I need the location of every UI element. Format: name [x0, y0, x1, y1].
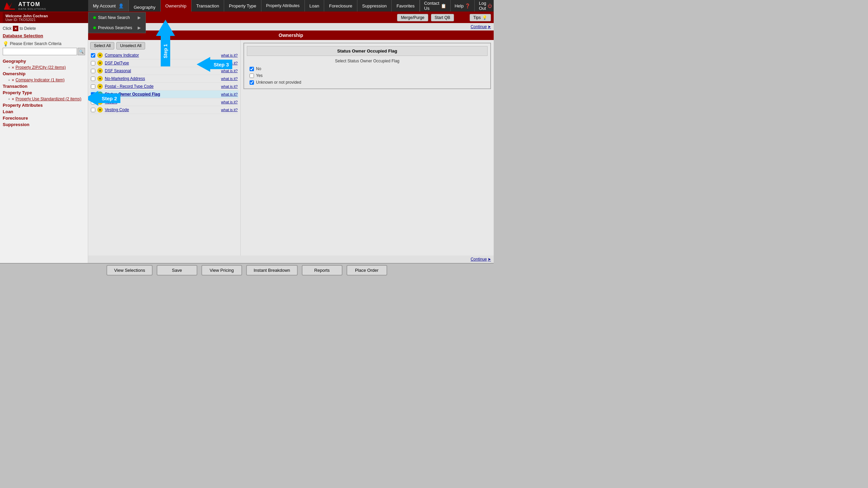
- nav-favorites-label: Favorites: [396, 3, 414, 8]
- checkbox-status-owner[interactable]: [91, 92, 95, 97]
- unselect-all-button[interactable]: Unselect All: [116, 42, 145, 49]
- search-button[interactable]: 🔍: [78, 48, 85, 55]
- nav-menu: My Account 👤 Start New Search ▶ Previous…: [88, 0, 494, 12]
- nav-contact-us-label: Contact Us: [424, 1, 439, 11]
- main-content: Click ✕ to Delete Database Selection 💡 P…: [0, 23, 494, 263]
- checklist-item-vacant: ★ Vacant what is it?: [90, 98, 238, 106]
- item-link-postal[interactable]: Postal - Record Type Code: [105, 84, 219, 89]
- checklist-panel: Step 2 Select All Unselect All ★ Company…: [88, 40, 241, 256]
- sidebar-item-transaction[interactable]: Transaction: [3, 84, 85, 89]
- attom-logo-icon: [3, 1, 16, 11]
- item-link-vacant[interactable]: Vacant: [105, 100, 219, 104]
- item-link-dsf-seasonal[interactable]: DSF Seasonal: [105, 68, 219, 73]
- checkbox-no[interactable]: [250, 67, 254, 71]
- checkbox-dsf-deltype[interactable]: [91, 61, 95, 65]
- arrow-icon2: ▶: [138, 25, 141, 30]
- sidebar-item-loan[interactable]: Loan: [3, 109, 85, 114]
- nav-property-type[interactable]: Property Type: [224, 0, 261, 12]
- start-new-search-item[interactable]: Start New Search ▶: [88, 13, 145, 23]
- ownership-title: Ownership: [279, 33, 303, 38]
- sidebar-item-ownership[interactable]: Ownership: [3, 71, 85, 76]
- nav-contact-us[interactable]: Contact Us 📋: [420, 0, 450, 12]
- nav-my-account[interactable]: My Account 👤 Start New Search ▶ Previous…: [88, 0, 129, 12]
- sidebar-item-geography[interactable]: Geography: [3, 59, 85, 64]
- sidebar-property-use-link[interactable]: Property Use Standardized (2 items): [16, 97, 81, 101]
- error-icon-geography: ✕: [12, 66, 14, 69]
- nav-logout[interactable]: Log Out ⏻: [474, 0, 494, 12]
- what-link-no-marketing[interactable]: what is it?: [221, 77, 238, 81]
- checkbox-vesting-code[interactable]: [91, 108, 95, 112]
- account-dropdown: Start New Search ▶ Previous Searches ▶: [88, 12, 146, 33]
- start-qb-button[interactable]: Start QB: [431, 14, 454, 21]
- item-link-status-owner[interactable]: Status Owner Occupied Flag: [105, 92, 219, 97]
- select-all-button[interactable]: Select All: [90, 42, 114, 49]
- item-link-dsf-deltype[interactable]: DSF DelType: [105, 61, 219, 65]
- merge-purge-button[interactable]: Merge/Purge: [397, 14, 428, 21]
- what-link-status-owner[interactable]: what is it?: [221, 92, 238, 96]
- sidebar-ownership-sub-link[interactable]: Company Indicator (1 item): [16, 78, 65, 82]
- option-row-no: No: [247, 65, 488, 72]
- item-link-no-marketing[interactable]: No-Marketing Address: [105, 76, 219, 81]
- view-pricing-button[interactable]: View Pricing: [201, 265, 242, 276]
- what-link-postal[interactable]: what is it?: [221, 84, 238, 88]
- nav-loan[interactable]: Loan: [305, 0, 324, 12]
- tips-button[interactable]: Tips 💡: [470, 14, 491, 21]
- database-selection-link[interactable]: Database Selection: [3, 33, 85, 38]
- checkbox-dsf-seasonal[interactable]: [91, 69, 95, 73]
- sidebar-item-suppression[interactable]: Suppression: [3, 122, 85, 127]
- sidebar-item-property-type[interactable]: Property Type: [3, 90, 85, 95]
- nav-transaction[interactable]: Transaction: [192, 0, 224, 12]
- checkbox-no-marketing[interactable]: [91, 77, 95, 81]
- sidebar-item-foreclosure[interactable]: Foreclosure: [3, 116, 85, 121]
- checklist-item-postal: ★ Postal - Record Type Code what is it?: [90, 83, 238, 90]
- checkbox-unknown[interactable]: [250, 80, 254, 85]
- place-order-button[interactable]: Place Order: [347, 265, 387, 276]
- options-sub-label: Select Status Owner Occupied Flag: [247, 59, 488, 63]
- save-button[interactable]: Save: [157, 265, 197, 276]
- nav-favorites[interactable]: Favorites: [392, 0, 419, 12]
- item-icon-status-owner: ★: [97, 92, 103, 97]
- option-label-no: No: [256, 66, 261, 71]
- what-link-dsf-seasonal[interactable]: what is it?: [221, 69, 238, 73]
- checkbox-postal[interactable]: [91, 84, 95, 89]
- previous-searches-item[interactable]: Previous Searches ▶: [88, 23, 145, 33]
- arrow-icon: ▶: [138, 15, 141, 20]
- user-info-area: Welcome John Cochran User ID: TKOS2021: [3, 12, 91, 23]
- item-link-company-indicator[interactable]: Company Indicator: [105, 53, 219, 58]
- continue-link-bottom[interactable]: Continue ➤: [471, 257, 491, 262]
- checklist-item-no-marketing: ★ No-Marketing Address what is it?: [90, 75, 238, 83]
- checkbox-company-indicator[interactable]: [91, 53, 95, 58]
- user-id: User ID: TKOS2021: [5, 18, 48, 22]
- nav-ownership[interactable]: Ownership: [161, 0, 192, 12]
- nav-property-attributes[interactable]: Property Attributes: [261, 0, 305, 12]
- nav-ownership-label: Ownership: [165, 3, 186, 8]
- what-link-company-indicator[interactable]: what is it?: [221, 53, 238, 57]
- svg-rect-2: [4, 8, 15, 9]
- expand-icon-property-use: +: [8, 97, 10, 101]
- nav-help-label: Help: [455, 3, 464, 8]
- continue-link-top[interactable]: Continue ➤: [471, 24, 491, 29]
- checkbox-vacant[interactable]: [91, 100, 95, 104]
- what-link-vesting-code[interactable]: what is it?: [221, 108, 238, 112]
- what-link-vacant[interactable]: what is it?: [221, 100, 238, 104]
- sidebar-geography-sub-link[interactable]: Property ZIP/City (22 items): [16, 65, 66, 70]
- reports-button[interactable]: Reports: [302, 265, 342, 276]
- instant-breakdown-button[interactable]: Instant Breakdown: [246, 265, 298, 276]
- view-selections-button[interactable]: View Selections: [106, 265, 153, 276]
- continue-arrow-icon2: ➤: [488, 257, 491, 262]
- nav-property-attributes-label: Property Attributes: [266, 3, 300, 8]
- search-criteria-label: 💡 Please Enter Search Criteria: [3, 41, 85, 46]
- user-info: Welcome John Cochran User ID: TKOS2021: [5, 14, 48, 22]
- dot-green2: [93, 26, 96, 29]
- nav-help[interactable]: Help ❓: [450, 0, 475, 12]
- search-input[interactable]: [3, 48, 77, 55]
- sidebar-item-property-attributes[interactable]: Property Attributes: [3, 103, 85, 108]
- nav-foreclosure[interactable]: Foreclosure: [324, 0, 357, 12]
- what-link-dsf-deltype[interactable]: what is it?: [221, 61, 238, 65]
- nav-suppression-label: Suppression: [362, 3, 387, 8]
- x-icon: ✕: [13, 26, 18, 31]
- item-link-vesting-code[interactable]: Vesting Code: [105, 107, 219, 112]
- nav-suppression[interactable]: Suppression: [357, 0, 392, 12]
- nav-geography[interactable]: Geography: [129, 0, 160, 12]
- checkbox-yes[interactable]: [250, 74, 254, 78]
